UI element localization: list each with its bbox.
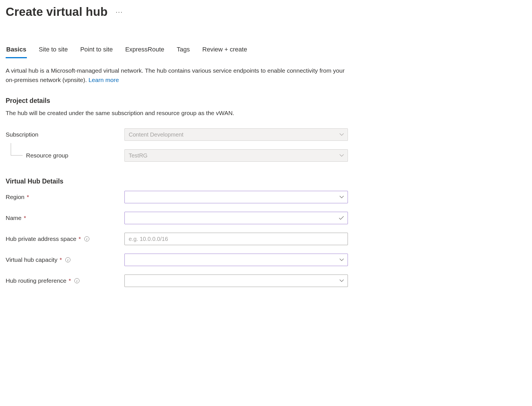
row-resource-group: Resource group — [6, 149, 526, 162]
tab-description: A virtual hub is a Microsoft-managed vir… — [6, 66, 345, 85]
tab-review-create[interactable]: Review + create — [202, 44, 247, 58]
subscription-dropdown[interactable] — [124, 128, 348, 141]
tab-site-to-site[interactable]: Site to site — [38, 44, 68, 58]
required-indicator: * — [79, 236, 81, 242]
label-capacity: Virtual hub capacity * — [6, 256, 62, 263]
capacity-dropdown[interactable] — [124, 254, 348, 266]
name-field[interactable] — [124, 212, 348, 224]
row-region: Region * — [6, 190, 526, 204]
learn-more-link[interactable]: Learn more — [89, 77, 119, 83]
region-dropdown[interactable] — [124, 191, 348, 203]
label-region: Region * — [6, 194, 29, 200]
tabs-bar: Basics Site to site Point to site Expres… — [6, 44, 526, 58]
tab-tags[interactable]: Tags — [176, 44, 190, 58]
required-indicator: * — [27, 194, 29, 200]
section-heading-project: Project details — [6, 97, 526, 105]
resource-group-dropdown[interactable] — [124, 149, 348, 162]
more-icon[interactable]: ··· — [116, 8, 123, 15]
row-address-space: Hub private address space * i — [6, 232, 526, 246]
required-indicator: * — [69, 277, 71, 284]
project-subtext: The hub will be created under the same s… — [6, 110, 526, 116]
page-title: Create virtual hub — [6, 5, 108, 19]
label-subscription: Subscription — [6, 131, 38, 138]
section-heading-hub: Virtual Hub Details — [6, 178, 526, 185]
tree-connector-icon — [11, 143, 23, 156]
required-indicator: * — [24, 215, 26, 221]
required-indicator: * — [60, 256, 62, 263]
tab-expressroute[interactable]: ExpressRoute — [125, 44, 165, 58]
routing-pref-dropdown[interactable] — [124, 275, 348, 287]
info-icon[interactable]: i — [74, 278, 79, 283]
row-routing-pref: Hub routing preference * i — [6, 274, 526, 288]
label-name: Name * — [6, 215, 26, 221]
label-resource-group: Resource group — [26, 152, 68, 159]
tab-point-to-site[interactable]: Point to site — [80, 44, 113, 58]
info-icon[interactable]: i — [84, 236, 89, 241]
row-capacity: Virtual hub capacity * i — [6, 253, 526, 267]
label-address-space: Hub private address space * — [6, 236, 81, 242]
info-icon[interactable]: i — [65, 257, 70, 262]
row-name: Name * — [6, 211, 526, 225]
address-space-field[interactable] — [124, 233, 348, 245]
description-text: A virtual hub is a Microsoft-managed vir… — [6, 67, 344, 83]
tab-basics[interactable]: Basics — [6, 44, 27, 58]
row-subscription: Subscription — [6, 128, 526, 141]
label-routing-pref: Hub routing preference * — [6, 277, 71, 284]
